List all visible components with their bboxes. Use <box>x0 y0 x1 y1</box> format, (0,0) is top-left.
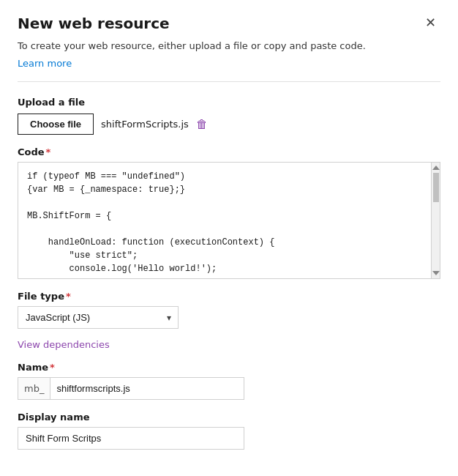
display-name-input[interactable] <box>18 427 244 450</box>
upload-label: Upload a file <box>18 97 440 108</box>
file-type-select[interactable]: JavaScript (JS) HTML CSS PNG JPG GIF SVG… <box>18 306 179 329</box>
file-type-section: File type* JavaScript (JS) HTML CSS PNG … <box>18 291 440 329</box>
view-dependencies-link[interactable]: View dependencies <box>18 339 110 350</box>
file-type-label: File type* <box>18 291 440 302</box>
file-type-select-wrapper: JavaScript (JS) HTML CSS PNG JPG GIF SVG… <box>18 306 179 329</box>
name-input-wrapper: mb_ <box>18 377 244 400</box>
choose-file-button[interactable]: Choose file <box>18 114 94 135</box>
name-prefix: mb_ <box>18 378 50 399</box>
new-web-resource-dialog: New web resource ✕ To create your web re… <box>0 0 458 476</box>
upload-row: Choose file shiftFormScripts.js 🗑 <box>18 114 440 135</box>
scrollbar-down-arrow[interactable] <box>432 271 440 275</box>
code-content[interactable]: if (typeof MB === "undefined") {var MB =… <box>18 163 431 278</box>
display-name-label: Display name <box>18 412 440 423</box>
file-name-text: shiftFormScripts.js <box>101 119 189 130</box>
code-label: Code* <box>18 146 440 157</box>
code-editor[interactable]: if (typeof MB === "undefined") {var MB =… <box>18 162 440 279</box>
scrollbar-thumb[interactable] <box>433 173 439 202</box>
display-name-section: Display name <box>18 412 440 450</box>
name-label: Name* <box>18 362 440 373</box>
name-required-star: * <box>50 362 55 373</box>
code-scrollbar[interactable] <box>431 163 440 278</box>
delete-file-icon[interactable]: 🗑 <box>196 117 208 131</box>
code-section: Code* if (typeof MB === "undefined") {va… <box>18 146 440 279</box>
name-input[interactable] <box>50 378 244 399</box>
divider-1 <box>18 81 440 82</box>
subtitle-text: To create your web resource, either uplo… <box>18 40 440 53</box>
code-required-star: * <box>46 146 51 157</box>
learn-more-link[interactable]: Learn more <box>18 58 72 69</box>
name-section: Name* mb_ <box>18 362 440 400</box>
scrollbar-up-arrow[interactable] <box>432 166 440 170</box>
dialog-title: New web resource <box>18 15 170 32</box>
upload-section: Upload a file Choose file shiftFormScrip… <box>18 97 440 135</box>
dialog-header: New web resource ✕ <box>18 15 440 32</box>
file-type-required-star: * <box>66 291 71 302</box>
close-button[interactable]: ✕ <box>421 15 440 31</box>
